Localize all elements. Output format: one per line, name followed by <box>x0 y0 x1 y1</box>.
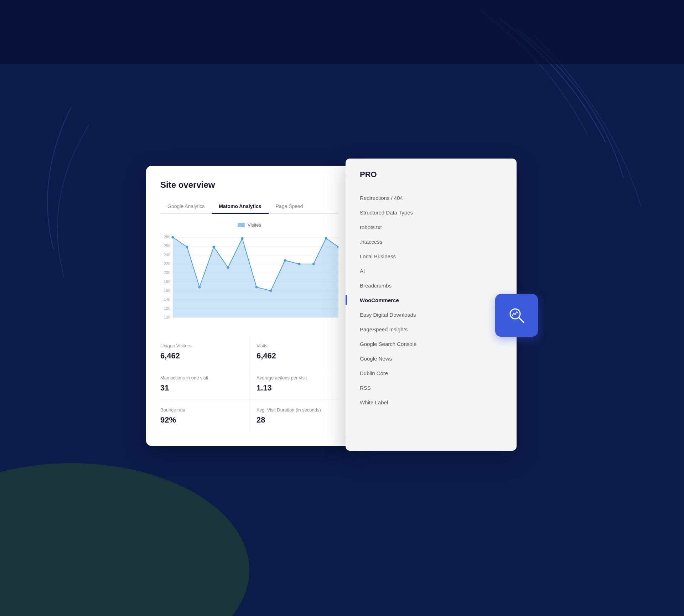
stat-avg-duration: Avg. Visit Duration (in seconds) 28 <box>249 400 338 432</box>
pro-panel-title: PRO <box>360 170 502 179</box>
svg-text:160: 160 <box>164 288 170 293</box>
svg-text:220: 220 <box>164 262 170 266</box>
stat-avg-actions-label: Average actions per visit <box>256 375 338 381</box>
svg-point-25 <box>198 286 201 288</box>
menu-item-search-console[interactable]: Google Search Console <box>360 337 502 351</box>
menu-item-breadcrumbs[interactable]: Breadcrumbs <box>360 278 502 293</box>
stat-max-actions: Max actions in one visit 31 <box>160 368 249 400</box>
svg-point-24 <box>186 245 188 248</box>
pro-menu: Redirections / 404 Structured Data Types… <box>360 191 502 410</box>
menu-item-redirections[interactable]: Redirections / 404 <box>360 191 502 205</box>
svg-point-29 <box>255 286 258 288</box>
menu-item-htaccess[interactable]: .htaccess <box>360 234 502 249</box>
chart-svg: 280 260 240 220 200 180 160 140 120 100 <box>160 232 338 325</box>
main-content: Site overview Google Analytics Matomo An… <box>146 166 538 451</box>
menu-item-dublin-core[interactable]: Dublin Core <box>360 366 502 381</box>
stats-grid: Unique Visitors 6,462 Visits 6,462 Max a… <box>160 336 338 432</box>
svg-marker-22 <box>173 237 338 317</box>
menu-item-ai[interactable]: AI <box>360 264 502 278</box>
svg-rect-1 <box>0 0 684 64</box>
stat-max-actions-value: 31 <box>160 383 242 393</box>
pro-panel: PRO Redirections / 404 Structured Data T… <box>346 159 517 451</box>
stat-max-actions-label: Max actions in one visit <box>160 375 242 381</box>
menu-item-edd[interactable]: Easy Digital Downloads <box>360 307 502 322</box>
menu-item-pagespeed[interactable]: PageSpeed Insights <box>360 322 502 337</box>
tab-page-speed[interactable]: Page Speed <box>269 200 310 214</box>
svg-point-34 <box>325 237 327 239</box>
stat-unique-visitors-label: Unique Visitors <box>160 343 242 348</box>
svg-text:100: 100 <box>164 315 170 319</box>
chart-container: Visites 280 260 240 220 200 180 160 140 … <box>160 222 338 325</box>
menu-item-white-label[interactable]: White Label <box>360 395 502 410</box>
tab-google-analytics[interactable]: Google Analytics <box>160 200 212 214</box>
svg-text:140: 140 <box>164 297 170 301</box>
svg-point-32 <box>298 263 301 265</box>
svg-text:280: 280 <box>164 235 170 239</box>
stat-bounce-rate: Bounce rate 92% <box>160 400 249 432</box>
legend-color-box <box>238 223 245 227</box>
stat-avg-duration-value: 28 <box>256 415 338 425</box>
menu-item-local-business[interactable]: Local Business <box>360 249 502 264</box>
svg-point-0 <box>0 463 249 616</box>
chart-legend: Visites <box>160 222 338 228</box>
search-analytics-icon-box <box>495 294 538 337</box>
menu-item-google-news[interactable]: Google News <box>360 351 502 366</box>
svg-point-26 <box>213 245 215 248</box>
site-overview-card: Site overview Google Analytics Matomo An… <box>146 166 353 446</box>
stat-avg-actions: Average actions per visit 1.13 <box>249 368 338 400</box>
stat-unique-visitors-value: 6,462 <box>160 351 242 361</box>
svg-text:240: 240 <box>164 253 170 257</box>
svg-point-31 <box>284 259 286 262</box>
svg-point-33 <box>312 263 315 265</box>
stat-visits-value: 6,462 <box>256 351 338 361</box>
stat-visits: Visits 6,462 <box>249 336 338 368</box>
svg-text:260: 260 <box>164 244 170 248</box>
svg-text:180: 180 <box>164 279 170 284</box>
svg-point-27 <box>227 266 229 269</box>
stat-unique-visitors: Unique Visitors 6,462 <box>160 336 249 368</box>
svg-text:200: 200 <box>164 270 170 275</box>
stat-avg-duration-label: Avg. Visit Duration (in seconds) <box>256 407 338 413</box>
menu-item-rss[interactable]: RSS <box>360 381 502 395</box>
stat-bounce-rate-label: Bounce rate <box>160 407 242 413</box>
menu-item-robots-txt[interactable]: robots.txt <box>360 220 502 234</box>
stat-bounce-rate-value: 92% <box>160 415 242 425</box>
search-analytics-icon <box>507 306 526 325</box>
stat-visits-label: Visits <box>256 343 338 348</box>
legend-label: Visites <box>248 222 261 228</box>
svg-point-30 <box>270 289 272 292</box>
svg-text:120: 120 <box>164 306 170 310</box>
stat-avg-actions-value: 1.13 <box>256 383 338 393</box>
svg-line-37 <box>519 317 524 322</box>
menu-item-woocommerce[interactable]: WooCommerce <box>360 293 502 307</box>
tabs-container: Google Analytics Matomo Analytics Page S… <box>160 200 338 214</box>
menu-item-structured-data[interactable]: Structured Data Types <box>360 205 502 220</box>
svg-point-23 <box>172 236 174 238</box>
svg-point-28 <box>241 237 244 239</box>
card-title: Site overview <box>160 180 338 190</box>
tab-matomo-analytics[interactable]: Matomo Analytics <box>212 200 268 214</box>
